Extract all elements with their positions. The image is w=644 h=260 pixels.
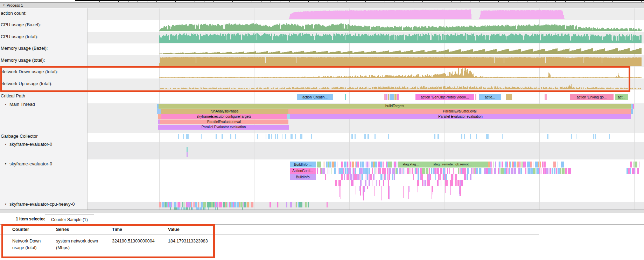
- gc-slice[interactable]: [438, 134, 439, 139]
- slice[interactable]: [226, 202, 227, 207]
- slice[interactable]: [464, 174, 466, 180]
- slice[interactable]: [433, 168, 434, 174]
- slice[interactable]: [376, 168, 376, 174]
- slice[interactable]: [411, 168, 411, 174]
- slice[interactable]: [216, 202, 217, 207]
- slice[interactable]: [377, 168, 377, 174]
- slice[interactable]: [394, 162, 396, 167]
- slice[interactable]: [538, 162, 539, 167]
- slice[interactable]: [518, 168, 520, 174]
- slice[interactable]: [388, 186, 389, 199]
- slice[interactable]: [387, 174, 388, 180]
- slice[interactable]: [545, 94, 547, 100]
- slice[interactable]: [525, 162, 526, 167]
- slice[interactable]: [321, 168, 322, 174]
- slice[interactable]: [458, 168, 459, 174]
- slice[interactable]: [467, 174, 468, 180]
- slice[interactable]: [373, 162, 374, 167]
- slice[interactable]: [335, 180, 337, 186]
- slice[interactable]: [499, 168, 500, 174]
- slice[interactable]: [195, 202, 197, 207]
- slice[interactable]: [231, 202, 233, 207]
- slice[interactable]: [428, 174, 430, 180]
- gc-slice[interactable]: [178, 134, 179, 139]
- slice[interactable]: [543, 168, 545, 174]
- slice[interactable]: [174, 202, 176, 207]
- slice[interactable]: [383, 174, 383, 180]
- slice[interactable]: [536, 168, 537, 174]
- slice[interactable]: [546, 168, 548, 174]
- slice[interactable]: [367, 174, 368, 180]
- slice[interactable]: [393, 162, 393, 167]
- slice[interactable]: [346, 168, 348, 174]
- slice[interactable]: [233, 202, 234, 207]
- slice[interactable]: [406, 168, 406, 174]
- slice[interactable]: [186, 202, 187, 207]
- slice[interactable]: [429, 168, 430, 174]
- slice[interactable]: [230, 202, 231, 207]
- slice[interactable]: [558, 168, 560, 174]
- gc-slice[interactable]: [388, 134, 389, 139]
- slice[interactable]: [350, 174, 352, 180]
- slice[interactable]: [308, 202, 309, 207]
- slice[interactable]: [403, 168, 404, 174]
- slice[interactable]: [341, 168, 343, 174]
- gc-slice[interactable]: [277, 134, 278, 139]
- slice[interactable]: [457, 180, 460, 186]
- process-header[interactable]: ▾ Process 1: [0, 2, 644, 8]
- counter-track-mem_bazel[interactable]: [0, 44, 644, 54]
- slice[interactable]: [379, 180, 380, 186]
- slice[interactable]: [286, 202, 287, 207]
- gc-slice[interactable]: [461, 134, 462, 139]
- slice[interactable]: [345, 168, 346, 174]
- slice[interactable]: [317, 162, 318, 167]
- slice[interactable]: [366, 162, 368, 167]
- slice[interactable]: [323, 162, 323, 167]
- slice[interactable]: [565, 168, 567, 174]
- slice[interactable]: runAnalysisPhase: [161, 109, 288, 114]
- slice[interactable]: [628, 168, 630, 174]
- slice[interactable]: [506, 168, 507, 174]
- slice[interactable]: actio...: [479, 94, 501, 100]
- slice[interactable]: [357, 174, 359, 180]
- slice[interactable]: [243, 202, 244, 207]
- slice[interactable]: BuildInfo ...: [290, 162, 316, 167]
- gc-slice[interactable]: [434, 134, 435, 139]
- expand-arrow-icon[interactable]: ▾: [5, 162, 6, 165]
- slice[interactable]: [338, 168, 338, 174]
- slice[interactable]: [201, 202, 203, 207]
- slice[interactable]: [386, 94, 387, 100]
- slice[interactable]: [488, 168, 490, 174]
- slice[interactable]: [369, 168, 370, 174]
- slice[interactable]: [329, 168, 329, 174]
- slice[interactable]: [194, 202, 195, 207]
- slice[interactable]: [491, 168, 492, 174]
- gc-slice[interactable]: [271, 134, 272, 139]
- slice[interactable]: [486, 168, 488, 174]
- sidebar-item-main-thread[interactable]: ▾Main Thread: [5, 102, 35, 107]
- slice[interactable]: [360, 162, 362, 167]
- slice[interactable]: skyframeExecutor.configureTargets: [161, 114, 287, 119]
- gc-slice[interactable]: [476, 134, 477, 139]
- slice[interactable]: [240, 202, 243, 207]
- slice[interactable]: [388, 168, 391, 174]
- slice[interactable]: [171, 202, 172, 207]
- slice[interactable]: [533, 162, 533, 167]
- slice[interactable]: [500, 168, 504, 174]
- gc-slice[interactable]: [257, 134, 258, 139]
- slice[interactable]: [158, 114, 161, 119]
- gc-slice[interactable]: [282, 134, 282, 139]
- slice[interactable]: ParallelEvaluator.eval: [160, 119, 288, 124]
- slice[interactable]: [416, 168, 418, 174]
- slice[interactable]: [380, 174, 382, 180]
- slice[interactable]: [630, 168, 631, 174]
- slice[interactable]: [445, 174, 446, 180]
- slice[interactable]: [363, 186, 364, 200]
- slice[interactable]: [545, 168, 546, 174]
- gc-slice[interactable]: [470, 134, 470, 139]
- slice[interactable]: Parallel Evaluator evaluation: [290, 114, 631, 119]
- slice[interactable]: Parallel Evaluator evaluation: [158, 125, 289, 130]
- slice[interactable]: [187, 202, 190, 207]
- slice[interactable]: [328, 162, 329, 167]
- slice[interactable]: act...: [615, 94, 628, 100]
